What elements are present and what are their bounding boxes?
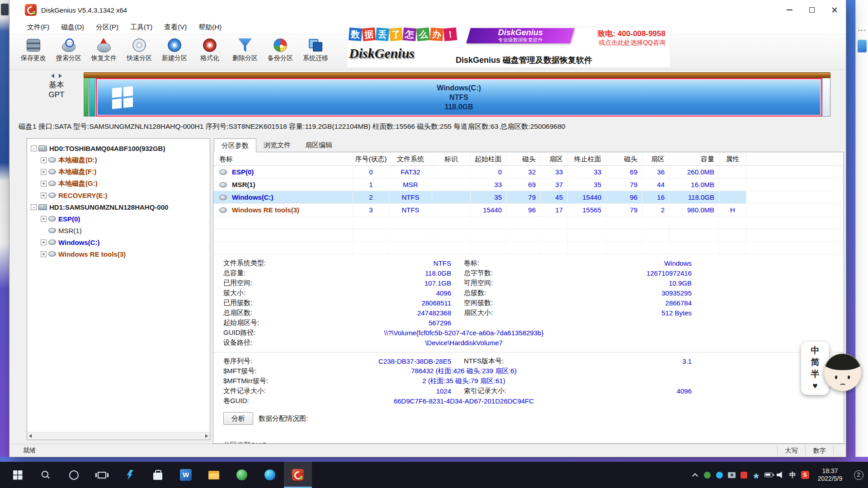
app-lightning-button[interactable] — [116, 462, 144, 488]
scroll-right-icon[interactable] — [205, 434, 208, 438]
app-green-button[interactable] — [228, 462, 256, 488]
column-header[interactable]: 扇区 — [642, 152, 670, 166]
toolbar-recover-button[interactable]: 恢复文件 — [86, 34, 122, 69]
expander-icon[interactable]: - — [31, 145, 37, 151]
column-header[interactable]: 扇区 — [541, 152, 568, 166]
tree-item[interactable]: -HD1:SAMSUNGMZNLN128HAHQ-000 — [27, 201, 210, 213]
tree-item[interactable]: +本地磁盘(D:) — [27, 154, 210, 166]
column-header[interactable]: 标识 — [432, 152, 471, 166]
partition-row[interactable]: Windows(C:)2NTFS357945154409616118.0GB — [213, 191, 844, 204]
toolbar-new-button[interactable]: 新建分区 — [157, 34, 192, 69]
start-button[interactable] — [4, 462, 32, 488]
taskbar-clock[interactable]: 18:37 2022/5/9 — [812, 467, 848, 483]
tree-item[interactable]: +Windows(C:) — [27, 236, 210, 248]
column-header[interactable]: 磁头 — [507, 152, 541, 166]
expander-icon[interactable]: - — [31, 204, 37, 210]
column-header[interactable]: 属性 — [719, 152, 746, 166]
ad-qq-link[interactable]: 或点击此处选择QQ咨询 — [598, 38, 665, 47]
tree-item[interactable]: +本地磁盘(F:) — [27, 166, 210, 178]
prev-disk-arrow-icon[interactable] — [51, 74, 54, 78]
menu-item-partition[interactable]: 分区(P) — [90, 20, 124, 34]
tree-item[interactable]: -HD0:TOSHIBAMQ04ABF100(932GB) — [27, 142, 210, 154]
tray-red-square-button[interactable] — [738, 462, 750, 488]
partition-row[interactable]: Windows RE tools(3)3NTFS1544096171556579… — [213, 204, 844, 216]
menu-item-help[interactable]: 帮助(H) — [193, 20, 227, 34]
menu-item-view[interactable]: 查看(V) — [158, 20, 193, 34]
column-header[interactable]: 起始柱面 — [471, 152, 507, 166]
partition-row[interactable]: ESP(0)0FAT3203233336936260.0MB — [213, 166, 844, 178]
tab-partition-params[interactable]: 分区参数 — [214, 138, 256, 152]
partition-segment-re-tools[interactable] — [822, 78, 830, 117]
tray-snowflake-button[interactable]: * — [750, 462, 762, 488]
close-button[interactable] — [823, 0, 846, 20]
action-center-button[interactable]: 2 — [849, 462, 868, 488]
expander-icon[interactable]: + — [41, 157, 47, 163]
app-explorer-button[interactable] — [200, 462, 228, 488]
expander-icon[interactable]: + — [41, 192, 47, 198]
tree-item-label: ESP(0) — [58, 215, 80, 223]
menu-item-file[interactable]: 文件(F) — [21, 20, 55, 34]
scroll-left-icon[interactable] — [29, 434, 32, 438]
ime-language-button[interactable]: 中 — [787, 462, 799, 488]
overflow-menu-icon[interactable]: ⋯ — [856, 25, 868, 35]
app-edge-button[interactable] — [256, 462, 284, 488]
column-header[interactable]: 容量 — [670, 152, 719, 166]
ime-mascot-face[interactable] — [824, 353, 862, 391]
partition-row[interactable]: MSR(1)1MSR33693735794416.0MB — [213, 178, 844, 191]
menu-item-tools[interactable]: 工具(T) — [124, 20, 158, 34]
cortana-button[interactable] — [60, 462, 88, 488]
column-header[interactable]: 磁头 — [606, 152, 642, 166]
minimize-button[interactable] — [778, 0, 801, 20]
volume-name-cell: MSR(1) — [213, 178, 353, 191]
menu-item-disk[interactable]: 磁盘(D) — [55, 20, 90, 34]
analyze-button[interactable]: 分析 — [223, 412, 253, 425]
tab-sector-edit[interactable]: 扇区编辑 — [298, 138, 340, 152]
ime-floating-widget[interactable]: 中简半♥ — [801, 342, 862, 395]
toolbar-label: 系统迁移 — [303, 54, 328, 62]
column-header[interactable]: 卷标 — [213, 152, 353, 166]
tree-item[interactable]: MSR(1) — [27, 225, 210, 236]
partition-segment-windows[interactable]: Windows(C:) NTFS 118.0GB — [96, 78, 822, 117]
next-disk-arrow-icon[interactable] — [59, 74, 62, 78]
tray-camera-button[interactable] — [726, 462, 738, 488]
tree-horizontal-scrollbar[interactable] — [27, 432, 210, 440]
app-diskgenius-button[interactable] — [284, 462, 312, 488]
column-header[interactable]: 终止柱面 — [568, 152, 606, 166]
expander-icon[interactable]: + — [41, 181, 47, 187]
sogou-input-button[interactable]: S — [799, 462, 811, 488]
toolbar-save-button[interactable]: 保存更改 — [16, 34, 51, 69]
ad-banner[interactable]: 数据丢了怎么办！ DiskGenius DiskGenius 专业级数据恢复软件… — [347, 26, 670, 68]
tab-browse-files[interactable]: 浏览文件 — [256, 138, 298, 152]
expander-icon[interactable]: + — [41, 251, 47, 257]
tray-green-button[interactable] — [701, 462, 713, 488]
search-button[interactable] — [32, 462, 60, 488]
app-word-button[interactable]: W — [172, 462, 200, 488]
tray-battery-button[interactable] — [762, 462, 774, 488]
partition-segment-msr[interactable] — [89, 78, 95, 117]
detail-label: 簇大小: — [223, 289, 292, 297]
toolbar-search-button[interactable]: 搜索分区 — [51, 34, 86, 69]
column-header[interactable]: 序号(状态) — [353, 152, 389, 166]
tray-volume-button[interactable] — [774, 462, 787, 488]
partition-segment-esp[interactable] — [84, 78, 89, 117]
tree-item[interactable]: +RECOVERY(E:) — [27, 189, 210, 201]
column-header[interactable]: 文件系统 — [389, 152, 432, 166]
tree-item[interactable]: +Windows RE tools(3) — [27, 248, 210, 260]
tree-item[interactable]: +本地磁盘(G:) — [27, 178, 210, 189]
tray-blue-button[interactable] — [713, 462, 726, 488]
toolbar-delete-button[interactable]: 删除分区 — [227, 34, 263, 69]
hidden-icons-chevron-button[interactable] — [689, 462, 701, 488]
toolbar-backup-button[interactable]: 备份分区 — [263, 34, 298, 69]
toolbar-format-button[interactable]: 格式化 — [192, 34, 227, 69]
app-store-button[interactable] — [144, 462, 172, 488]
maximize-button[interactable] — [801, 0, 823, 20]
task-view-button[interactable] — [88, 462, 116, 488]
expander-icon[interactable]: + — [41, 169, 47, 175]
toolbar-quick-button[interactable]: 快速分区 — [122, 34, 157, 69]
toolbar-migrate-button[interactable]: 系统迁移 — [298, 34, 333, 69]
expander-icon[interactable]: + — [41, 216, 47, 222]
expander-icon[interactable]: + — [41, 239, 47, 245]
tree-item[interactable]: +ESP(0) — [27, 213, 210, 225]
empty-cell — [507, 216, 541, 229]
disk-capacity-strip[interactable] — [84, 72, 830, 78]
